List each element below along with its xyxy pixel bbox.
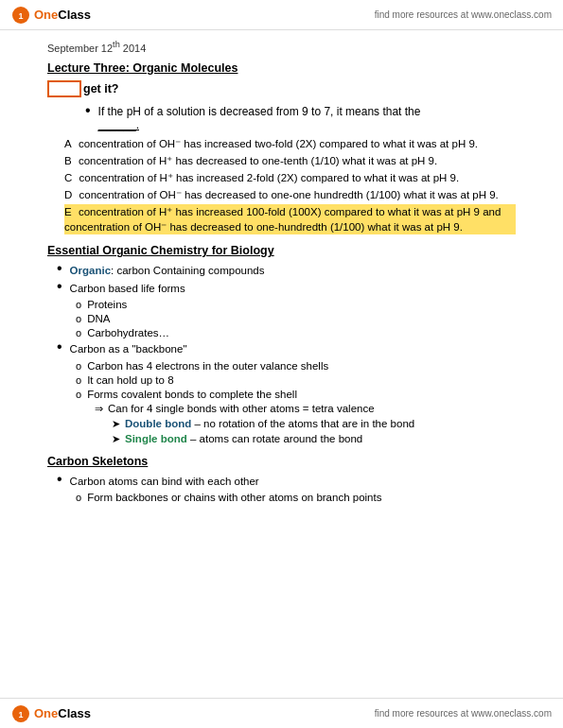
option-d: D concentration of OH⁻ has decreased to … xyxy=(64,187,516,202)
footer-logo-area: 1 OneClass xyxy=(11,704,91,723)
question-text: If the pH of a solution is decreased fro… xyxy=(98,105,421,131)
header-link: find more resources at www.oneclass.com xyxy=(375,9,552,20)
page-footer: 1 OneClass find more resources at www.on… xyxy=(0,698,563,728)
bullet-carbon-bind: • Carbon atoms can bind with each other xyxy=(57,474,516,489)
question-container: • If the pH of a solution is decreased f… xyxy=(76,105,516,131)
sub-proteins: o Proteins xyxy=(76,299,516,310)
bullet-backbone: • Carbon as a "backbone" xyxy=(57,341,516,356)
option-b: B concentration of H⁺ has decreased to o… xyxy=(64,153,516,168)
bullet-carbon-life: • Carbon based life forms xyxy=(57,281,516,296)
question-bullet: • If the pH of a solution is decreased f… xyxy=(85,105,516,131)
bullet-dot: • xyxy=(85,103,91,118)
svg-text:1: 1 xyxy=(18,710,23,719)
do-you-get-it: get it? xyxy=(47,80,516,97)
sub-backbones: o Form backbones or chains with other at… xyxy=(76,492,516,503)
option-a: A concentration of OH⁻ has increased two… xyxy=(64,136,516,151)
option-e: E concentration of H⁺ has increased 100-… xyxy=(64,204,516,234)
level3-double-bond: ➤ Double bond – no rotation of the atoms… xyxy=(112,418,516,430)
sub-carbohydrates: o Carbohydrates… xyxy=(76,327,516,338)
lecture-title: Lecture Three: Organic Molecules xyxy=(47,61,516,75)
brand-name: OneClass xyxy=(34,8,91,22)
bullet-organic: • Organic: carbon Containing compounds xyxy=(57,263,516,278)
section1-title: Essential Organic Chemistry for Biology xyxy=(47,244,516,257)
date-line: September 12th 2014 xyxy=(47,40,516,54)
level3-single-bond: ➤ Single bond – atoms can rotate around … xyxy=(112,433,516,445)
option-c: C concentration of H⁺ has increased 2-fo… xyxy=(64,170,516,185)
sub-dna: o DNA xyxy=(76,313,516,324)
footer-link: find more resources at www.oneclass.com xyxy=(375,708,552,719)
footer-oneclass-logo-icon: 1 xyxy=(11,704,30,723)
sub-4electrons: o Carbon has 4 electrons in the outer va… xyxy=(76,360,516,372)
main-content: September 12th 2014 Lecture Three: Organ… xyxy=(0,30,563,698)
oneclass-logo-icon: 1 xyxy=(11,6,30,25)
sub-holdup8: o It can hold up to 8 xyxy=(76,374,516,386)
single-bond-label: Single bond xyxy=(125,433,187,444)
footer-brand-name: OneClass xyxy=(34,706,91,720)
do-box xyxy=(47,80,81,97)
svg-text:1: 1 xyxy=(18,11,23,21)
options-list: A concentration of OH⁻ has increased two… xyxy=(64,136,516,235)
get-it-label: get it? xyxy=(83,82,119,95)
page-header: 1 OneClass find more resources at www.on… xyxy=(0,0,563,30)
section2-title: Carbon Skeletons xyxy=(47,455,516,468)
logo-area: 1 OneClass xyxy=(11,6,91,25)
subsub-tetravalence: ⇒ Can for 4 single bonds with other atom… xyxy=(95,403,516,415)
sub-covalent: o Forms covalent bonds to complete the s… xyxy=(76,389,516,400)
double-bond-label: Double bond xyxy=(125,418,191,429)
